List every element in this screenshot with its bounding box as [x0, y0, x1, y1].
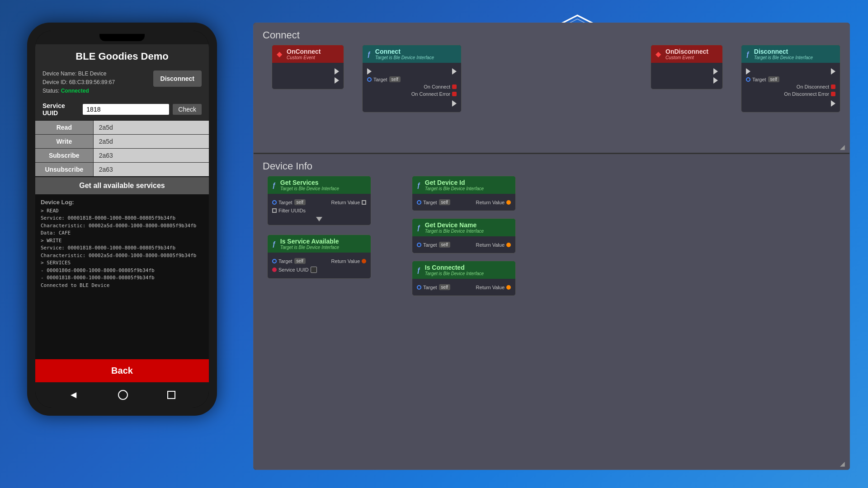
device-info-section-resize[interactable]: ◢: [840, 460, 845, 467]
nav-back-button[interactable]: ◄: [69, 389, 79, 401]
device-log-title: Device Log:: [41, 199, 203, 206]
is-connected-return-label: Return Value: [476, 285, 505, 290]
get-device-id-target-label: Target: [423, 200, 437, 205]
is-service-available-title: Is Service Available: [280, 238, 339, 245]
is-connected-target-value: self: [439, 284, 451, 290]
is-connected-subtitle: Target is Ble Device Interface: [425, 271, 484, 276]
subscribe-label[interactable]: Subscribe: [35, 149, 93, 162]
get-device-id-title: Get Device Id: [425, 179, 484, 186]
read-label[interactable]: Read: [35, 121, 93, 134]
is-connected-target-label: Target: [423, 285, 437, 290]
get-device-name-target-label: Target: [423, 242, 437, 248]
get-device-name-node: ƒ Get Device Name Target is Ble Device I…: [412, 218, 516, 253]
get-device-id-target-value: self: [439, 199, 451, 205]
on-disconnect-node: ◆ OnDisconnect Custom Event: [651, 45, 723, 89]
device-id-label: Device ID:: [42, 79, 67, 85]
device-id-row: Device ID: 6B:C3:B9:56:89:67: [42, 78, 115, 87]
is-connected-title: Is Connected: [425, 264, 484, 271]
is-service-available-subtitle: Target is Ble Device Interface: [280, 245, 339, 250]
on-connect-error-output: On Connect Error: [411, 91, 450, 97]
connect-subtitle: Target is Ble Device Interface: [375, 55, 434, 60]
status-row: Status: Connected: [42, 87, 115, 95]
service-uuid-label: Service UUID: [42, 102, 79, 117]
on-disconnect-subtitle: Custom Event: [665, 55, 708, 60]
device-id-value: 6B:C3:B9:56:89:67: [69, 79, 115, 85]
subscribe-value: 2a63: [94, 149, 209, 162]
get-services-target-label: Target: [278, 200, 292, 205]
device-info-left: Device Name: BLE Device Device ID: 6B:C3…: [42, 70, 115, 96]
device-info-row: Device Name: BLE Device Device ID: 6B:C3…: [35, 67, 209, 99]
disconnect-button[interactable]: Disconnect: [153, 70, 202, 87]
is-service-target-value: self: [294, 258, 306, 264]
check-button[interactable]: Check: [173, 104, 202, 115]
phone-notch: [99, 34, 145, 41]
connect-target-label: Target: [373, 77, 387, 82]
phone-screen: BLE Goodies Demo Device Name: BLE Device…: [35, 44, 209, 382]
is-service-target-label: Target: [278, 258, 292, 264]
status-label: Status:: [42, 88, 59, 94]
read-value: 2a5d: [94, 121, 209, 134]
get-device-name-title: Get Device Name: [425, 221, 484, 229]
is-service-uuid-label: Service UUID: [278, 267, 309, 272]
status-value: Connected: [61, 88, 89, 94]
disconnect-node: ƒ Disconnect Target is Ble Device Interf…: [741, 45, 840, 113]
get-device-id-node: ƒ Get Device Id Target is Ble Device Int…: [412, 176, 516, 211]
device-log: Device Log: > READ Service: 00001818-000…: [35, 195, 209, 359]
write-value: 2a5d: [94, 135, 209, 148]
get-services-subtitle: Target is Ble Device Interface: [280, 186, 339, 191]
get-device-name-target-value: self: [439, 242, 451, 248]
get-services-filter-label: Filter UUIDs: [278, 208, 306, 213]
is-connected-node: ƒ Is Connected Target is Ble Device Inte…: [412, 261, 516, 296]
get-device-name-return-label: Return Value: [476, 242, 505, 248]
device-log-content: > READ Service: 00001818-0000-1000-8000-…: [41, 207, 203, 290]
on-connect-subtitle: Custom Event: [287, 55, 321, 60]
device-info-section-label: Device Info: [263, 160, 840, 172]
is-service-return-label: Return Value: [331, 258, 360, 264]
get-services-node: ƒ Get Services Target is Ble Device Inte…: [267, 176, 371, 225]
connect-title: Connect: [375, 48, 434, 55]
service-uuid-row: Service UUID Check: [35, 99, 209, 120]
get-device-id-return-label: Return Value: [476, 200, 505, 205]
disconnect-subtitle: Target is Ble Device Interface: [754, 55, 813, 60]
nav-recents-button[interactable]: [167, 391, 175, 399]
device-name-value: BLE Device: [78, 70, 107, 77]
phone-container: BLE Goodies Demo Device Name: BLE Device…: [27, 23, 217, 456]
connect-target-value: self: [389, 76, 401, 82]
get-services-return-label: Return Value: [331, 200, 360, 205]
unsubscribe-value: 2a63: [94, 163, 209, 176]
get-services-target-value: self: [294, 199, 306, 205]
phone-inner: BLE Goodies Demo Device Name: BLE Device…: [35, 31, 209, 408]
on-connect-title: OnConnect: [287, 48, 321, 55]
app-title: BLE Goodies Demo: [42, 51, 202, 62]
on-connect-node: ◆ OnConnect Custom Event: [272, 45, 344, 89]
service-uuid-input[interactable]: [83, 104, 169, 115]
connect-section-resize[interactable]: ◢: [840, 144, 845, 150]
device-name-label: Device Name:: [42, 70, 76, 77]
connect-section-label: Connect: [263, 29, 840, 41]
back-button[interactable]: Back: [35, 359, 209, 382]
disconnect-target-value: self: [768, 76, 780, 82]
nav-home-button[interactable]: [118, 390, 128, 400]
unsubscribe-label[interactable]: Unsubscribe: [35, 163, 93, 176]
on-connect-output: On Connect: [424, 84, 450, 89]
phone-notch-area: [35, 31, 209, 44]
app-title-bar: BLE Goodies Demo: [35, 44, 209, 67]
write-label[interactable]: Write: [35, 135, 93, 148]
device-info-section: Device Info ƒ Get Services Target is Ble…: [254, 154, 849, 469]
connect-node: ƒ Connect Target is Ble Device Interface: [362, 45, 462, 113]
blueprint-panel: Connect ◆ OnConnect Custom Event: [253, 23, 850, 470]
disconnect-title: Disconnect: [754, 48, 813, 55]
get-services-title: Get Services: [280, 179, 339, 186]
is-service-available-node: ƒ Is Service Available Target is Ble Dev…: [267, 235, 371, 279]
get-device-name-subtitle: Target is Ble Device Interface: [425, 229, 484, 234]
on-disconnect-error-output: On Disconnect Error: [784, 91, 829, 97]
on-disconnect-title: OnDisconnect: [665, 48, 708, 55]
phone-navbar: ◄: [35, 382, 209, 408]
disconnect-target-label: Target: [752, 77, 766, 82]
uuid-grid: Read 2a5d Write 2a5d Subscribe 2a63 Unsu…: [35, 121, 209, 176]
on-disconnect-output: On Disconnect: [797, 84, 829, 89]
get-all-services-button[interactable]: Get all available services: [35, 177, 209, 194]
connect-section: Connect ◆ OnConnect Custom Event: [254, 23, 849, 154]
get-device-id-subtitle: Target is Ble Device Interface: [425, 186, 484, 191]
device-name-row: Device Name: BLE Device: [42, 70, 115, 78]
